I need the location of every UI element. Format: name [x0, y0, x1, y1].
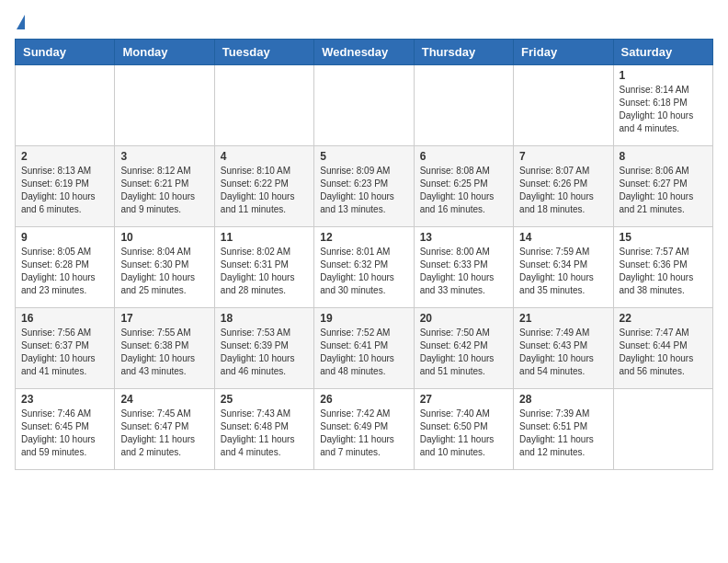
calendar-cell: 11Sunrise: 8:02 AM Sunset: 6:31 PM Dayli…: [214, 227, 313, 308]
day-info: Sunrise: 8:10 AM Sunset: 6:22 PM Dayligh…: [221, 165, 308, 216]
day-number: 16: [21, 312, 108, 325]
day-info: Sunrise: 7:57 AM Sunset: 6:36 PM Dayligh…: [620, 246, 707, 297]
calendar-cell: 9Sunrise: 8:05 AM Sunset: 6:28 PM Daylig…: [16, 227, 115, 308]
day-number: 2: [21, 150, 108, 163]
day-number: 12: [320, 231, 407, 244]
calendar-cell: 26Sunrise: 7:42 AM Sunset: 6:49 PM Dayli…: [314, 389, 414, 470]
day-number: 21: [519, 312, 607, 325]
day-number: 5: [320, 150, 407, 163]
calendar-cell: [314, 65, 414, 146]
day-number: 7: [519, 150, 607, 163]
day-info: Sunrise: 7:39 AM Sunset: 6:51 PM Dayligh…: [519, 408, 607, 459]
day-number: 26: [320, 393, 407, 406]
calendar-cell: 13Sunrise: 8:00 AM Sunset: 6:33 PM Dayli…: [414, 227, 513, 308]
day-number: 19: [320, 312, 407, 325]
day-info: Sunrise: 7:56 AM Sunset: 6:37 PM Dayligh…: [21, 327, 108, 378]
weekday-header-saturday: Saturday: [613, 40, 712, 65]
calendar-cell: 2Sunrise: 8:13 AM Sunset: 6:19 PM Daylig…: [16, 146, 115, 227]
day-number: 9: [21, 231, 108, 244]
weekday-header-sunday: Sunday: [16, 40, 115, 65]
weekday-header-wednesday: Wednesday: [314, 40, 414, 65]
day-number: 8: [620, 150, 707, 163]
calendar-cell: 27Sunrise: 7:40 AM Sunset: 6:50 PM Dayli…: [414, 389, 513, 470]
day-number: 6: [420, 150, 507, 163]
calendar-cell: 23Sunrise: 7:46 AM Sunset: 6:45 PM Dayli…: [16, 389, 115, 470]
day-number: 25: [221, 393, 308, 406]
calendar-cell: 28Sunrise: 7:39 AM Sunset: 6:51 PM Dayli…: [514, 389, 613, 470]
calendar-cell: 22Sunrise: 7:47 AM Sunset: 6:44 PM Dayli…: [613, 308, 712, 389]
weekday-header-row: SundayMondayTuesdayWednesdayThursdayFrid…: [16, 40, 713, 65]
week-row-4: 16Sunrise: 7:56 AM Sunset: 6:37 PM Dayli…: [16, 308, 713, 389]
day-number: 10: [120, 231, 208, 244]
day-number: 22: [620, 312, 707, 325]
day-info: Sunrise: 8:00 AM Sunset: 6:33 PM Dayligh…: [420, 246, 507, 297]
calendar-cell: 14Sunrise: 7:59 AM Sunset: 6:34 PM Dayli…: [514, 227, 613, 308]
weekday-header-monday: Monday: [115, 40, 214, 65]
day-number: 24: [120, 393, 208, 406]
day-info: Sunrise: 7:43 AM Sunset: 6:48 PM Dayligh…: [221, 408, 308, 459]
day-number: 1: [620, 69, 707, 82]
day-number: 11: [221, 231, 308, 244]
day-info: Sunrise: 8:08 AM Sunset: 6:25 PM Dayligh…: [420, 165, 507, 216]
calendar-cell: 20Sunrise: 7:50 AM Sunset: 6:42 PM Dayli…: [414, 308, 513, 389]
calendar-cell: 16Sunrise: 7:56 AM Sunset: 6:37 PM Dayli…: [16, 308, 115, 389]
calendar-cell: 19Sunrise: 7:52 AM Sunset: 6:41 PM Dayli…: [314, 308, 414, 389]
logo-triangle-icon: [17, 15, 25, 29]
day-info: Sunrise: 8:13 AM Sunset: 6:19 PM Dayligh…: [21, 165, 108, 216]
day-info: Sunrise: 7:40 AM Sunset: 6:50 PM Dayligh…: [420, 408, 507, 459]
day-number: 28: [519, 393, 607, 406]
calendar-cell: 1Sunrise: 8:14 AM Sunset: 6:18 PM Daylig…: [613, 65, 712, 146]
calendar-cell: [16, 65, 115, 146]
day-info: Sunrise: 7:46 AM Sunset: 6:45 PM Dayligh…: [21, 408, 108, 459]
calendar-cell: [115, 65, 214, 146]
day-number: 14: [519, 231, 607, 244]
calendar-cell: 3Sunrise: 8:12 AM Sunset: 6:21 PM Daylig…: [115, 146, 214, 227]
calendar-cell: 15Sunrise: 7:57 AM Sunset: 6:36 PM Dayli…: [613, 227, 712, 308]
day-number: 18: [221, 312, 308, 325]
calendar-cell: 21Sunrise: 7:49 AM Sunset: 6:43 PM Dayli…: [514, 308, 613, 389]
day-info: Sunrise: 7:50 AM Sunset: 6:42 PM Dayligh…: [420, 327, 507, 378]
calendar-cell: 12Sunrise: 8:01 AM Sunset: 6:32 PM Dayli…: [314, 227, 414, 308]
calendar-cell: 4Sunrise: 8:10 AM Sunset: 6:22 PM Daylig…: [214, 146, 313, 227]
day-info: Sunrise: 7:42 AM Sunset: 6:49 PM Dayligh…: [320, 408, 407, 459]
calendar-cell: [514, 65, 613, 146]
week-row-5: 23Sunrise: 7:46 AM Sunset: 6:45 PM Dayli…: [16, 389, 713, 470]
calendar-cell: 24Sunrise: 7:45 AM Sunset: 6:47 PM Dayli…: [115, 389, 214, 470]
week-row-1: 1Sunrise: 8:14 AM Sunset: 6:18 PM Daylig…: [16, 65, 713, 146]
calendar-cell: [214, 65, 313, 146]
weekday-header-thursday: Thursday: [414, 40, 513, 65]
day-number: 23: [21, 393, 108, 406]
day-info: Sunrise: 8:04 AM Sunset: 6:30 PM Dayligh…: [120, 246, 208, 297]
day-number: 4: [221, 150, 308, 163]
day-info: Sunrise: 7:45 AM Sunset: 6:47 PM Dayligh…: [120, 408, 208, 459]
day-info: Sunrise: 8:14 AM Sunset: 6:18 PM Dayligh…: [620, 84, 707, 135]
day-info: Sunrise: 7:59 AM Sunset: 6:34 PM Dayligh…: [519, 246, 607, 297]
calendar-cell: 17Sunrise: 7:55 AM Sunset: 6:38 PM Dayli…: [115, 308, 214, 389]
day-info: Sunrise: 7:47 AM Sunset: 6:44 PM Dayligh…: [620, 327, 707, 378]
day-number: 27: [420, 393, 507, 406]
day-info: Sunrise: 8:01 AM Sunset: 6:32 PM Dayligh…: [320, 246, 407, 297]
calendar-cell: 5Sunrise: 8:09 AM Sunset: 6:23 PM Daylig…: [314, 146, 414, 227]
calendar-cell: 18Sunrise: 7:53 AM Sunset: 6:39 PM Dayli…: [214, 308, 313, 389]
week-row-3: 9Sunrise: 8:05 AM Sunset: 6:28 PM Daylig…: [16, 227, 713, 308]
day-number: 3: [120, 150, 208, 163]
day-info: Sunrise: 8:07 AM Sunset: 6:26 PM Dayligh…: [519, 165, 607, 216]
day-info: Sunrise: 7:53 AM Sunset: 6:39 PM Dayligh…: [221, 327, 308, 378]
day-info: Sunrise: 8:05 AM Sunset: 6:28 PM Dayligh…: [21, 246, 108, 297]
page-header: [15, 15, 713, 29]
calendar-cell: [613, 389, 712, 470]
day-number: 15: [620, 231, 707, 244]
day-info: Sunrise: 7:49 AM Sunset: 6:43 PM Dayligh…: [519, 327, 607, 378]
calendar-cell: 25Sunrise: 7:43 AM Sunset: 6:48 PM Dayli…: [214, 389, 313, 470]
weekday-header-friday: Friday: [514, 40, 613, 65]
calendar-cell: 7Sunrise: 8:07 AM Sunset: 6:26 PM Daylig…: [514, 146, 613, 227]
day-info: Sunrise: 8:12 AM Sunset: 6:21 PM Dayligh…: [120, 165, 208, 216]
day-number: 13: [420, 231, 507, 244]
calendar-cell: [414, 65, 513, 146]
day-info: Sunrise: 8:02 AM Sunset: 6:31 PM Dayligh…: [221, 246, 308, 297]
day-info: Sunrise: 7:55 AM Sunset: 6:38 PM Dayligh…: [120, 327, 208, 378]
day-info: Sunrise: 8:09 AM Sunset: 6:23 PM Dayligh…: [320, 165, 407, 216]
day-info: Sunrise: 8:06 AM Sunset: 6:27 PM Dayligh…: [620, 165, 707, 216]
calendar-cell: 8Sunrise: 8:06 AM Sunset: 6:27 PM Daylig…: [613, 146, 712, 227]
day-number: 17: [120, 312, 208, 325]
